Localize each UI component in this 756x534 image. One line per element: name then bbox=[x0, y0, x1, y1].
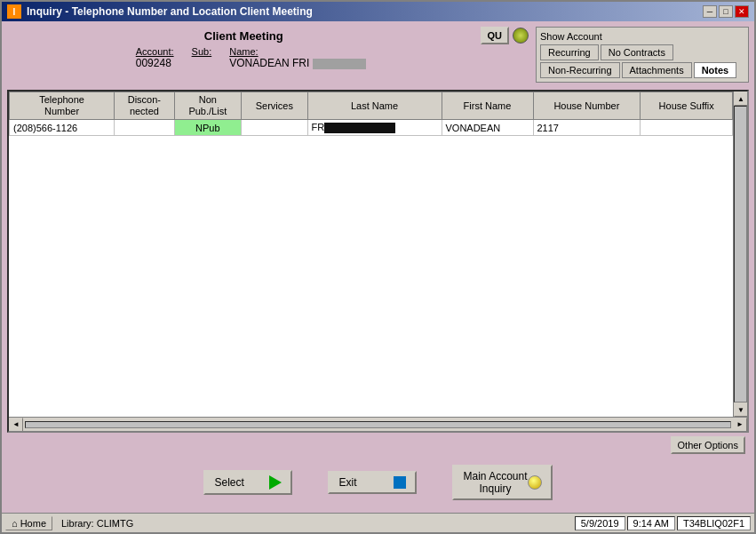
home-icon: ⌂ bbox=[12, 518, 18, 529]
col-disconnected: Discon-nected bbox=[115, 92, 174, 120]
no-contracts-tab[interactable]: No Contracts bbox=[601, 44, 673, 60]
scroll-up-button[interactable]: ▲ bbox=[734, 92, 747, 106]
name-value: VONADEAN FRI bbox=[229, 57, 407, 69]
minimize-button[interactable]: ─ bbox=[703, 5, 717, 18]
top-left: Client Meeting QU Account: 009248 Sub: bbox=[7, 27, 536, 71]
title-bar-buttons: ─ □ ✕ bbox=[703, 5, 749, 18]
bottom-buttons: Select Exit Main Account Inquiry bbox=[7, 458, 749, 507]
time-field: 9:14 AM bbox=[627, 516, 675, 530]
close-button[interactable]: ✕ bbox=[735, 5, 749, 18]
main-window: I Inquiry - Telephone Number and Locatio… bbox=[0, 0, 756, 534]
app-icon: I bbox=[7, 4, 21, 19]
show-account-label: Show Account bbox=[540, 31, 744, 42]
col-first-name: First Name bbox=[442, 92, 533, 120]
show-account-panel: Show Account Recurring No Contracts Non-… bbox=[536, 27, 749, 83]
table-container: TelephoneNumber Discon-nected NonPub./Li… bbox=[7, 90, 749, 433]
name-label: Name: bbox=[229, 46, 407, 57]
select-icon bbox=[269, 475, 282, 490]
date-field: 5/9/2019 bbox=[575, 516, 625, 530]
horizontal-scrollbar[interactable]: ◄ ► bbox=[9, 417, 747, 431]
non-recurring-tab[interactable]: Non-Recurring bbox=[540, 62, 620, 78]
home-button[interactable]: ⌂ Home bbox=[5, 516, 52, 530]
account-field: Account: 009248 bbox=[136, 46, 174, 69]
account-label: Account: bbox=[136, 46, 174, 57]
table-body: (208)566-1126 NPub FR VONADEAN 2117 bbox=[10, 120, 733, 136]
scroll-right-button[interactable]: ► bbox=[733, 418, 747, 432]
sub-label: Sub: bbox=[192, 46, 212, 57]
qu-button[interactable]: QU bbox=[481, 27, 510, 44]
data-table: TelephoneNumber Discon-nected NonPub./Li… bbox=[9, 92, 733, 136]
notes-tab[interactable]: Notes bbox=[694, 62, 737, 78]
cell-services bbox=[242, 120, 308, 136]
redacted-name bbox=[313, 59, 366, 69]
col-telephone: TelephoneNumber bbox=[10, 92, 115, 120]
main-account-icon bbox=[528, 475, 542, 490]
window-title: Inquiry - Telephone Number and Location … bbox=[27, 5, 313, 18]
main-content: Client Meeting QU Account: 009248 Sub: bbox=[2, 21, 754, 513]
scroll-down-button[interactable]: ▼ bbox=[734, 402, 747, 417]
header-row: TelephoneNumber Discon-nected NonPub./Li… bbox=[10, 92, 733, 120]
title-bar-left: I Inquiry - Telephone Number and Locatio… bbox=[7, 4, 313, 19]
library-label: Library: CLIMTG bbox=[54, 518, 573, 529]
col-last-name: Last Name bbox=[307, 92, 442, 120]
exit-button[interactable]: Exit bbox=[328, 471, 417, 494]
scroll-left-button[interactable]: ◄ bbox=[9, 418, 23, 432]
cell-telephone: (208)566-1126 bbox=[10, 120, 115, 136]
show-account-row1: Recurring No Contracts bbox=[540, 44, 744, 60]
account-info: Account: 009248 Sub: Name: VONADEAN FRI bbox=[136, 44, 407, 71]
cell-first-name: VONADEAN bbox=[442, 120, 533, 136]
form-title: Client Meeting bbox=[204, 29, 283, 43]
table-and-scroll: TelephoneNumber Discon-nected NonPub./Li… bbox=[9, 92, 747, 417]
col-house-number: House Number bbox=[533, 92, 641, 120]
cell-last-name: FR bbox=[307, 120, 442, 136]
table-header: TelephoneNumber Discon-nected NonPub./Li… bbox=[10, 92, 733, 120]
h-scroll-track bbox=[25, 421, 731, 428]
sub-field: Sub: bbox=[192, 46, 212, 69]
cell-house-number: 2117 bbox=[533, 120, 641, 136]
scroll-track bbox=[734, 106, 747, 402]
other-options-row: Other Options bbox=[7, 436, 749, 458]
status-bar: ⌂ Home Library: CLIMTG 5/9/2019 9:14 AM … bbox=[2, 513, 754, 532]
recurring-tab[interactable]: Recurring bbox=[540, 44, 599, 60]
col-non-pub: NonPub./List bbox=[174, 92, 241, 120]
qu-icon bbox=[513, 28, 529, 44]
code-field: T34BLIQ02F1 bbox=[677, 516, 751, 530]
qu-area: QU bbox=[481, 27, 529, 44]
table-row[interactable]: (208)566-1126 NPub FR VONADEAN 2117 bbox=[10, 120, 733, 136]
cell-non-pub: NPub bbox=[174, 120, 241, 136]
maximize-button[interactable]: □ bbox=[719, 5, 733, 18]
account-value: 009248 bbox=[136, 57, 174, 69]
cell-disconnected bbox=[115, 120, 174, 136]
col-services: Services bbox=[242, 92, 308, 120]
status-right: 5/9/2019 9:14 AM T34BLIQ02F1 bbox=[575, 516, 751, 530]
bottom-area: Other Options Select Exit Main Account I… bbox=[7, 436, 749, 507]
main-account-button[interactable]: Main Account Inquiry bbox=[452, 465, 552, 500]
cell-house-suffix bbox=[641, 120, 733, 136]
exit-icon bbox=[394, 476, 406, 489]
vertical-scrollbar[interactable]: ▲ ▼ bbox=[733, 92, 747, 417]
select-button[interactable]: Select bbox=[203, 470, 292, 495]
col-house-suffix: House Suffix bbox=[641, 92, 733, 120]
title-bar: I Inquiry - Telephone Number and Locatio… bbox=[2, 2, 754, 21]
top-row: Client Meeting QU Account: 009248 Sub: bbox=[7, 27, 749, 83]
name-field: Name: VONADEAN FRI bbox=[229, 46, 407, 69]
attachments-tab[interactable]: Attachments bbox=[622, 62, 692, 78]
table-inner[interactable]: TelephoneNumber Discon-nected NonPub./Li… bbox=[9, 92, 733, 417]
show-account-row2: Non-Recurring Attachments Notes bbox=[540, 62, 744, 78]
other-options-button[interactable]: Other Options bbox=[671, 436, 745, 454]
